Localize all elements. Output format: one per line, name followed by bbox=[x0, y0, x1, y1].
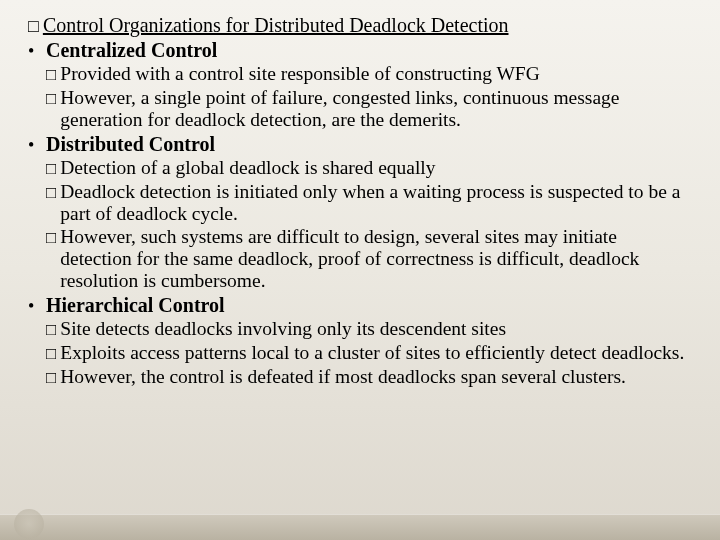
item-text: However, the control is defeated if most… bbox=[60, 366, 626, 388]
list-item: □ Provided with a control site responsib… bbox=[46, 63, 692, 86]
section-heading: Hierarchical Control bbox=[46, 294, 225, 317]
item-text: Deadlock detection is initiated only whe… bbox=[60, 181, 692, 225]
square-bullet-icon: □ bbox=[46, 158, 56, 180]
section-heading-row: • Distributed Control bbox=[28, 133, 692, 156]
list-item: □ Detection of a global deadlock is shar… bbox=[46, 157, 692, 180]
list-item: □ However, a single point of failure, co… bbox=[46, 87, 692, 131]
section-items: □ Detection of a global deadlock is shar… bbox=[46, 157, 692, 292]
section-heading-row: • Centralized Control bbox=[28, 39, 692, 62]
section-heading: Distributed Control bbox=[46, 133, 215, 156]
list-item: □ Deadlock detection is initiated only w… bbox=[46, 181, 692, 225]
square-bullet-icon: □ bbox=[46, 64, 56, 86]
square-bullet-icon: □ bbox=[46, 367, 56, 389]
item-text: Detection of a global deadlock is shared… bbox=[60, 157, 435, 179]
square-bullet-icon: □ bbox=[46, 319, 56, 341]
list-item: □ Exploits access patterns local to a cl… bbox=[46, 342, 692, 365]
dot-bullet-icon: • bbox=[28, 40, 46, 62]
item-text: Exploits access patterns local to a clus… bbox=[60, 342, 684, 364]
list-item: □ However, such systems are difficult to… bbox=[46, 226, 692, 292]
square-bullet-icon: □ bbox=[46, 88, 56, 110]
section-heading: Centralized Control bbox=[46, 39, 217, 62]
title-row: □ Control Organizations for Distributed … bbox=[28, 14, 692, 37]
dot-bullet-icon: • bbox=[28, 295, 46, 317]
footer-decoration bbox=[0, 514, 720, 540]
square-bullet-icon: □ bbox=[46, 182, 56, 204]
dot-bullet-icon: • bbox=[28, 134, 46, 156]
square-bullet-icon: □ bbox=[46, 343, 56, 365]
square-bullet-icon: □ bbox=[46, 227, 56, 249]
slide-title: Control Organizations for Distributed De… bbox=[43, 14, 509, 37]
section-items: □ Provided with a control site responsib… bbox=[46, 63, 692, 131]
list-item: □ However, the control is defeated if mo… bbox=[46, 366, 692, 389]
item-text: Site detects deadlocks involving only it… bbox=[60, 318, 506, 340]
item-text: Provided with a control site responsible… bbox=[60, 63, 539, 85]
square-bullet-icon: □ bbox=[28, 16, 39, 37]
section-items: □ Site detects deadlocks involving only … bbox=[46, 318, 692, 389]
item-text: However, such systems are difficult to d… bbox=[60, 226, 692, 292]
list-item: □ Site detects deadlocks involving only … bbox=[46, 318, 692, 341]
item-text: However, a single point of failure, cong… bbox=[60, 87, 692, 131]
section-heading-row: • Hierarchical Control bbox=[28, 294, 692, 317]
slide-content: □ Control Organizations for Distributed … bbox=[0, 0, 720, 389]
